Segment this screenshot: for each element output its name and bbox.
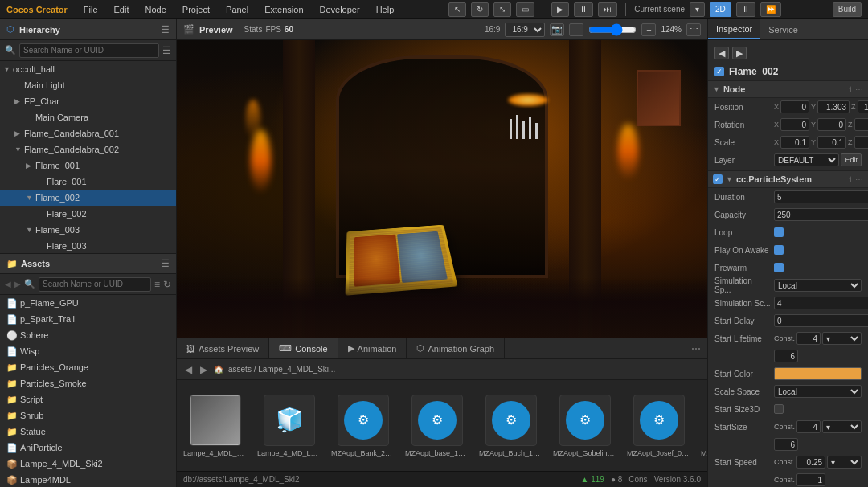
- rotation-z[interactable]: [854, 118, 868, 131]
- start-lifetime-dropdown[interactable]: ▾: [822, 332, 862, 345]
- tab-animation-graph[interactable]: ⬡ Animation Graph: [407, 338, 505, 358]
- simulation-sp-select[interactable]: Local World: [774, 279, 862, 292]
- assets-tree-item[interactable]: 📦Lampe_4_MDL_Ski2: [0, 456, 176, 472]
- assets-tree-item[interactable]: 📄Wisp: [0, 343, 176, 359]
- layer-edit-btn[interactable]: Edit: [841, 153, 862, 166]
- tab-animation[interactable]: ▶ Animation: [338, 338, 407, 358]
- more-btn[interactable]: ⋯: [686, 23, 701, 36]
- hierarchy-tree-item[interactable]: ▼occult_hall: [0, 61, 176, 77]
- position-y[interactable]: [817, 100, 850, 113]
- play-on-awake-checkbox[interactable]: [774, 245, 784, 255]
- nav-back-btn[interactable]: ◀: [183, 364, 194, 375]
- menu-developer[interactable]: Developer: [317, 3, 363, 16]
- file-item[interactable]: ⚙MZAopt_Josef_008_bmp...: [627, 395, 691, 457]
- scale-x[interactable]: [780, 136, 809, 149]
- start-size3d-checkbox[interactable]: [774, 404, 784, 414]
- hierarchy-tree-item[interactable]: Flare_001: [0, 174, 176, 190]
- node-info-icon[interactable]: ℹ: [849, 85, 852, 94]
- zoom-out-btn[interactable]: -: [569, 23, 583, 36]
- assets-tree-item[interactable]: 📁Particles_Orange: [0, 359, 176, 375]
- file-item[interactable]: 🧊Lampe_4_MD_L_Ski2.prefab: [257, 395, 321, 457]
- hierarchy-tree-item[interactable]: ▶FP_Char: [0, 93, 176, 109]
- menu-file[interactable]: File: [80, 3, 101, 16]
- start-size-val[interactable]: [796, 420, 821, 433]
- file-item[interactable]: ⚙MZAopt_Josef_013_bmp...: [701, 395, 707, 457]
- start-lifetime-val2[interactable]: [774, 350, 798, 362]
- menu-help[interactable]: Help: [373, 3, 398, 16]
- capacity-val[interactable]: [774, 208, 868, 221]
- rotate-tool[interactable]: ↻: [471, 2, 489, 17]
- position-z[interactable]: [858, 100, 868, 113]
- hierarchy-menu-icon[interactable]: ☰: [161, 24, 170, 35]
- assets-tree-item[interactable]: 📄p_Flame_GPU: [0, 295, 176, 311]
- zoom-in-btn[interactable]: +: [641, 23, 656, 36]
- start-size-dropdown[interactable]: ▾: [822, 420, 862, 433]
- tab-service[interactable]: Service: [760, 19, 806, 39]
- assets-tree-item[interactable]: 📄AniParticle: [0, 440, 176, 456]
- hierarchy-tree-item[interactable]: ▶Flame_Candelabra_001: [0, 125, 176, 141]
- loop-checkbox[interactable]: [774, 227, 784, 237]
- assets-back-icon[interactable]: ◀: [5, 280, 11, 289]
- assets-tree-item[interactable]: ⚪Sphere: [0, 327, 176, 343]
- assets-refresh-icon[interactable]: ↻: [163, 279, 171, 290]
- start-speed-dropdown[interactable]: ▾: [827, 456, 862, 469]
- zoom-slider[interactable]: [588, 23, 637, 36]
- hierarchy-tree-item[interactable]: ▶Flame_001: [0, 158, 176, 174]
- assets-list-icon[interactable]: ≡: [154, 279, 160, 290]
- prewarm-checkbox[interactable]: [774, 263, 784, 272]
- pause-btn[interactable]: ⏸: [574, 2, 593, 17]
- rotation-x[interactable]: [780, 118, 809, 131]
- simulation-sc-val[interactable]: [774, 297, 868, 309]
- duration-val[interactable]: [774, 190, 868, 203]
- tab-console[interactable]: ⌨ Console: [269, 338, 338, 358]
- scale-y[interactable]: [817, 136, 846, 149]
- particle-section-header[interactable]: ▼ cc.ParticleSystem ℹ ⋯: [708, 170, 868, 188]
- particle-more-icon[interactable]: ⋯: [855, 175, 863, 184]
- scale-tool[interactable]: ⤡: [493, 2, 511, 17]
- node-section-header[interactable]: ▼ Node ℹ ⋯: [708, 80, 868, 98]
- start-lifetime-val[interactable]: [796, 332, 821, 345]
- start-size-val2[interactable]: [774, 438, 798, 451]
- assets-tree-item[interactable]: 📁Particles_Smoke: [0, 375, 176, 391]
- start-color-swatch[interactable]: [774, 367, 862, 380]
- assets-tree-item[interactable]: 📁Script: [0, 391, 176, 407]
- assets-tree-item[interactable]: 📁Shrub: [0, 407, 176, 424]
- step-btn[interactable]: ⏭: [598, 2, 617, 17]
- screenshot-btn[interactable]: 📷: [550, 23, 564, 36]
- menu-edit[interactable]: Edit: [111, 3, 133, 16]
- assets-forward-icon[interactable]: ▶: [14, 280, 21, 289]
- menu-extension[interactable]: Extension: [261, 3, 306, 16]
- menu-panel[interactable]: Panel: [223, 3, 252, 16]
- tab-assets-preview[interactable]: 🖼 Assets Preview: [177, 338, 269, 358]
- node-more-icon[interactable]: ⋯: [855, 85, 863, 94]
- inspector-back[interactable]: ◀: [714, 47, 729, 59]
- particle-info-icon[interactable]: ℹ: [849, 175, 852, 184]
- hierarchy-options-icon[interactable]: ☰: [162, 45, 171, 56]
- hierarchy-tree-item[interactable]: Flare_003: [0, 238, 176, 253]
- hierarchy-tree-item[interactable]: ▼Flame_003: [0, 222, 176, 238]
- hierarchy-tree-item[interactable]: Main Camera: [0, 109, 176, 125]
- file-item[interactable]: ⚙MZAopt_Gobelin1_MDL_S...: [553, 395, 617, 457]
- hierarchy-tree-item[interactable]: ▼Flame_002: [0, 190, 176, 206]
- assets-tree-item[interactable]: 📄p_Spark_Trail: [0, 311, 176, 327]
- ratio-select[interactable]: 16:9 4:3: [505, 23, 545, 37]
- move-tool[interactable]: ↖: [448, 2, 466, 17]
- particle-checkbox[interactable]: [713, 174, 723, 184]
- file-item[interactable]: Lampe_4_MDL_L_Ski_Mater...: [183, 395, 248, 457]
- bottom-panel-icon[interactable]: ⋯: [691, 343, 701, 354]
- hierarchy-tree-item[interactable]: Flare_002: [0, 206, 176, 222]
- file-item[interactable]: ⚙MZAopt_base_1_MDL_Sk...: [405, 395, 469, 457]
- menu-project[interactable]: Project: [179, 3, 213, 16]
- inspector-forward[interactable]: ▶: [732, 47, 747, 59]
- assets-tree-item[interactable]: 📦Lampe4MDL: [0, 472, 176, 487]
- rotation-y[interactable]: [817, 118, 846, 131]
- assets-menu-icon[interactable]: ☰: [161, 258, 170, 269]
- file-item[interactable]: ⚙MZAopt_Buch_1_MDL_Sk...: [479, 395, 543, 457]
- file-item[interactable]: ⚙MZAopt_Bank_2_MDL_Sk...: [331, 395, 395, 457]
- 2d-mode[interactable]: 2D: [710, 2, 731, 17]
- scale-space-select[interactable]: Local: [774, 385, 862, 398]
- hierarchy-tree-item[interactable]: Main Light: [0, 77, 176, 93]
- hierarchy-search-input[interactable]: [19, 43, 159, 58]
- start-delay-val[interactable]: [774, 314, 868, 327]
- position-x[interactable]: [780, 100, 809, 113]
